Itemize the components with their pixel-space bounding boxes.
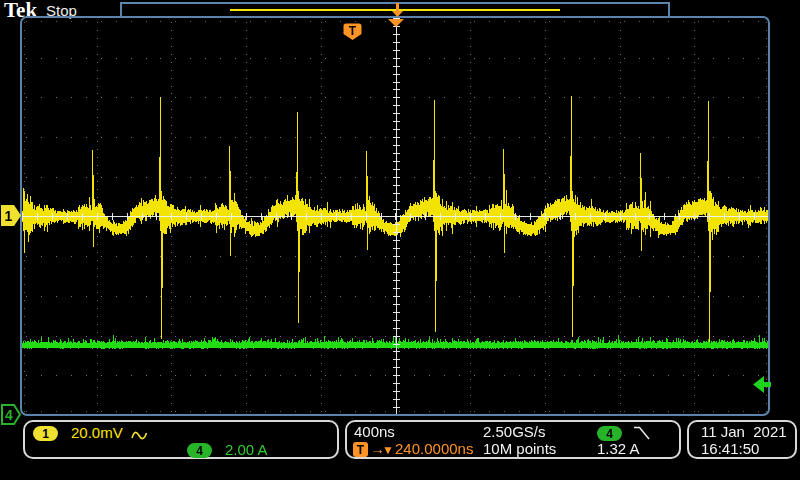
datetime-readout-box[interactable]: 11 Jan 2021 16:41:50 bbox=[687, 420, 797, 459]
ch1-position-marker-label: 1 bbox=[5, 208, 13, 224]
vertical-readout-box[interactable]: 1 20.0mV 4 2.00 A bbox=[23, 420, 339, 459]
ch4-position-marker-label: 4 bbox=[5, 407, 13, 423]
trigger-delay-readout[interactable]: 240.0000ns bbox=[395, 441, 473, 457]
ch1-badge[interactable]: 1 bbox=[33, 426, 58, 441]
ch1-scale-readout[interactable]: 20.0mV bbox=[71, 425, 123, 441]
ch1-coupling-sine-icon bbox=[131, 429, 148, 442]
ch4-scale-readout[interactable]: 2.00 A bbox=[225, 442, 268, 458]
trigger-level-arrow-icon[interactable] bbox=[753, 376, 771, 393]
timebase-readout[interactable]: 400ns bbox=[354, 424, 395, 440]
time-readout: 16:41:50 bbox=[701, 441, 759, 457]
trigger-position-icon[interactable] bbox=[388, 19, 405, 28]
trigger-level-readout[interactable]: 1.32 A bbox=[597, 441, 640, 457]
sample-rate-readout: 2.50GS/s bbox=[483, 424, 546, 440]
trigger-delay-marker: ▼ bbox=[382, 442, 394, 458]
record-overview-bar[interactable] bbox=[120, 2, 670, 18]
ch1-position-marker[interactable]: 1 bbox=[1, 205, 22, 226]
graticule-frame bbox=[20, 16, 770, 416]
ch4-badge[interactable]: 4 bbox=[187, 443, 212, 458]
trigger-time-badge-label: T bbox=[349, 24, 357, 38]
expansion-point-marker[interactable] bbox=[391, 3, 404, 18]
oscilloscope-screen: Tek Stop T 1 4 1 20.0mV bbox=[0, 0, 800, 480]
date-readout: 11 Jan 2021 bbox=[701, 424, 787, 440]
horizontal-readout-box[interactable]: 400ns 2.50GS/s 4 T → ▼ 240.0000ns 10M po… bbox=[345, 420, 681, 459]
trigger-slope-falling-icon bbox=[633, 425, 653, 441]
trigger-time-badge[interactable]: T bbox=[343, 23, 362, 41]
trigger-source-badge[interactable]: 4 bbox=[597, 426, 622, 441]
trigger-delay-t-icon: T bbox=[353, 442, 368, 457]
record-length-readout: 10M points bbox=[483, 441, 556, 457]
ch4-position-marker[interactable]: 4 bbox=[1, 404, 22, 425]
